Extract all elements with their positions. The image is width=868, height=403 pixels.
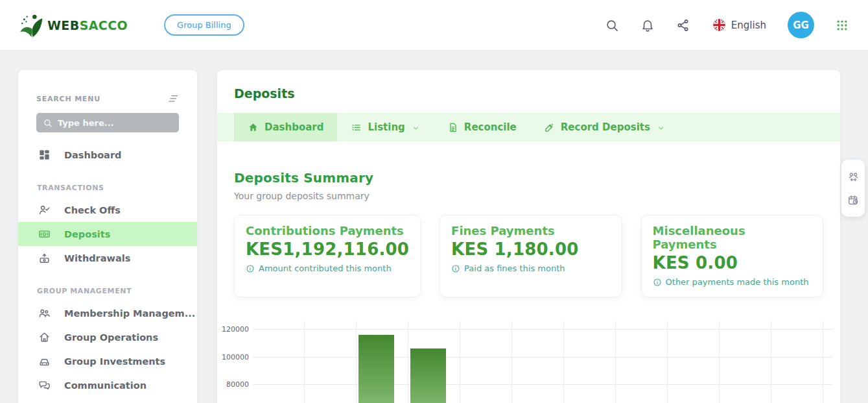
language-selector[interactable]: English (712, 18, 766, 32)
sidebar-item-group-operations[interactable]: Group Operations (18, 325, 197, 349)
v-gridline (304, 321, 305, 403)
notifications-bell-icon[interactable] (640, 18, 655, 32)
side-tools-panel (841, 160, 865, 217)
sidebar-search (36, 113, 179, 132)
card-amount: KES 0.00 (653, 253, 812, 273)
chevron-down-icon (412, 123, 420, 132)
avatar[interactable]: GG (788, 12, 814, 38)
list-icon (351, 122, 362, 133)
sidebar-item-deposits[interactable]: Deposits (18, 222, 197, 246)
sidebar-item-communication[interactable]: Communication (18, 373, 197, 397)
tab-dashboard[interactable]: Dashboard (234, 113, 337, 141)
calendar-clock-icon[interactable] (847, 194, 860, 206)
sidebar-item-dashboard[interactable]: Dashboard (18, 143, 197, 167)
v-gridline (563, 321, 564, 403)
sidebar-item-label: Dashboard (64, 150, 121, 160)
search-icon[interactable] (605, 18, 619, 32)
sidebar-section-header: GROUP MANAGEMENT (37, 287, 197, 295)
tab-record-deposits[interactable]: Record Deposits (530, 113, 679, 141)
cash-out-icon (38, 252, 51, 264)
v-gridline (823, 321, 823, 403)
info-icon (246, 264, 255, 273)
sidebar-item-check-offs[interactable]: Check Offs (18, 198, 197, 222)
dashboard-icon (38, 149, 51, 161)
main-content: Deposits Summary Your group deposits sum… (217, 170, 840, 403)
app: WEBSACCO Group Billing English GG SEARCH… (0, 0, 868, 403)
uk-flag-icon (712, 18, 727, 32)
chart-bar[interactable] (358, 335, 394, 403)
tab-listing[interactable]: Listing (337, 113, 433, 141)
card-note-text: Paid as fines this month (464, 263, 565, 273)
v-gridline (719, 321, 720, 403)
card-note-text: Amount contributed this month (259, 263, 392, 273)
app-header: WEBSACCO Group Billing English GG (0, 0, 868, 51)
document-icon (447, 122, 458, 133)
brand-web: WEB (47, 18, 80, 32)
share-icon[interactable] (676, 18, 690, 32)
card-amount: KES1,192,116.00 (246, 239, 409, 259)
v-gridline (408, 321, 408, 403)
summary-card: Contributions PaymentsKES1,192,116.00Amo… (234, 215, 421, 297)
banknote-icon (38, 228, 51, 240)
chevron-down-icon (657, 123, 665, 132)
y-axis-tick-label: 120000 (222, 325, 249, 334)
summary-card: Fines PaymentsKES 1,180.00Paid as fines … (440, 215, 622, 297)
card-title: Miscellaneous Payments (653, 224, 812, 251)
v-gridline (356, 321, 357, 403)
members-icon (38, 307, 51, 319)
apps-grid-icon[interactable] (836, 19, 849, 32)
chat-icon (38, 379, 51, 391)
sidebar-item-label: Deposits (64, 229, 110, 239)
v-gridline (667, 321, 668, 403)
sidebar-item-membership-managem[interactable]: Membership Managem... (18, 301, 197, 325)
y-axis-tick-label: 80000 (226, 380, 249, 389)
summary-heading: Deposits Summary (234, 170, 823, 186)
chart-bar[interactable] (410, 348, 446, 403)
tab-reconcile[interactable]: Reconcile (434, 113, 530, 141)
header-actions: English GG (605, 12, 849, 38)
h-gridline (253, 357, 832, 358)
v-gridline (615, 321, 616, 403)
menu-collapse-icon[interactable] (167, 93, 180, 104)
tab-label: Listing (368, 121, 405, 133)
card-note: Paid as fines this month (451, 263, 610, 273)
language-label: English (731, 19, 766, 31)
sidebar-item-group-investments[interactable]: Group Investments (18, 349, 197, 373)
summary-cards: Contributions PaymentsKES1,192,116.00Amo… (234, 215, 823, 297)
group-billing-button[interactable]: Group Billing (164, 14, 244, 36)
search-menu-label: SEARCH MENU (36, 95, 100, 103)
sidebar-item-reports[interactable]: Reports (18, 397, 197, 403)
sidebar-item-label: Group Operations (64, 332, 158, 343)
brand-sacco: SACCO (80, 18, 128, 32)
card-title: Fines Payments (451, 224, 610, 238)
brand-name: WEBSACCO (47, 18, 128, 32)
tab-label: Dashboard (264, 121, 323, 133)
brand-logo[interactable]: WEBSACCO (19, 12, 128, 39)
sidebar: SEARCH MENU DashboardTRANSACTIONSCheck O… (18, 70, 197, 403)
tab-label: Record Deposits (561, 121, 650, 133)
card-title: Contributions Payments (246, 224, 409, 238)
sidebar-item-label: Check Offs (64, 205, 121, 215)
info-icon (653, 278, 662, 287)
y-axis-tick-label: 100000 (222, 352, 249, 361)
main-panel: Deposits DashboardListingReconcileRecord… (217, 70, 840, 403)
h-gridline (253, 329, 832, 330)
sidebar-search-input[interactable] (58, 118, 172, 128)
sidebar-search-header: SEARCH MENU (18, 70, 197, 104)
h-gridline (253, 384, 832, 385)
pen-icon (544, 122, 555, 133)
house-icon (38, 331, 51, 343)
info-icon (451, 264, 460, 273)
tab-label: Reconcile (464, 121, 517, 133)
summary-card: Miscellaneous PaymentsKES 0.00Other paym… (641, 215, 823, 297)
sidebar-nav: DashboardTRANSACTIONSCheck OffsDepositsW… (18, 143, 197, 403)
member-check-icon (38, 204, 51, 216)
search-icon (43, 118, 53, 128)
card-note-text: Other payments made this month (666, 277, 809, 287)
tab-bar: DashboardListingReconcileRecord Deposits (217, 113, 840, 141)
group-switch-icon[interactable] (847, 171, 860, 183)
sidebar-item-label: Withdrawals (64, 253, 130, 263)
deposits-chart-yaxis: 1200001000008000060000 (220, 315, 249, 403)
sidebar-item-withdrawals[interactable]: Withdrawals (18, 246, 197, 270)
sidebar-item-label: Membership Managem... (64, 308, 195, 319)
